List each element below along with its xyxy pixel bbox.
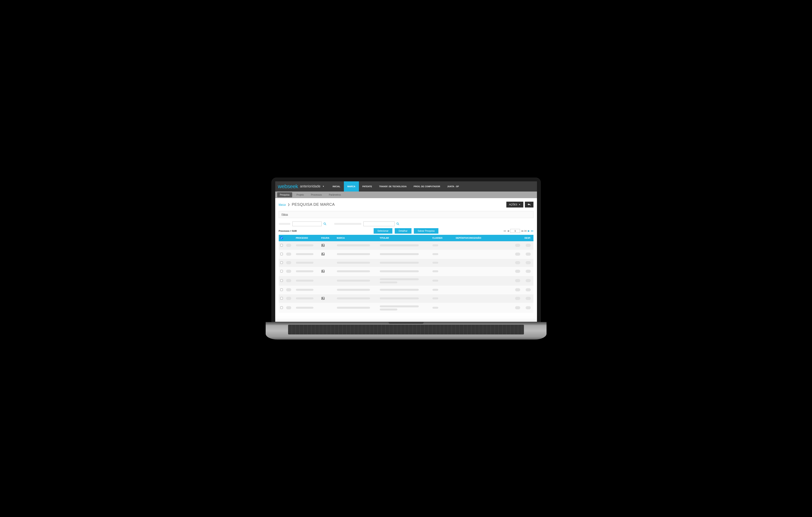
sub-tab[interactable]: Processos	[308, 192, 325, 197]
header-desp[interactable]: DESP.	[522, 235, 533, 241]
search-icon[interactable]	[324, 223, 326, 225]
table-header-row: PROCESSO FIGURA MARCA TITULAR CLASSES DE…	[279, 235, 533, 241]
table-row[interactable]	[279, 250, 533, 259]
row-figura	[320, 276, 335, 286]
process-count: Processos = 5100	[279, 230, 297, 232]
svg-point-0	[324, 223, 325, 224]
row-desp	[522, 276, 533, 286]
top-nav-item[interactable]: INICIAL	[329, 181, 344, 192]
row-badge	[286, 270, 291, 273]
row-figura	[320, 259, 335, 267]
row-checkbox[interactable]	[280, 288, 283, 291]
row-titular	[378, 241, 431, 250]
header-figura[interactable]: FIGURA	[320, 235, 335, 241]
row-classes	[432, 307, 438, 309]
top-nav-item[interactable]: JUNTA - SP	[444, 181, 462, 192]
row-deposito	[454, 259, 522, 267]
breadcrumb-link[interactable]: Marca	[279, 203, 286, 206]
row-checkbox[interactable]	[280, 279, 283, 282]
pager-next-icon[interactable]: ▶	[528, 229, 530, 232]
pager-prev-icon[interactable]: ◀	[507, 229, 509, 232]
pager-first-icon[interactable]: ⏮	[503, 229, 506, 232]
row-classes	[432, 253, 438, 255]
row-deposito	[454, 303, 522, 313]
row-checkbox[interactable]	[280, 253, 283, 255]
select-button[interactable]: Selecionar	[374, 228, 393, 234]
header-deposito[interactable]: DEPÓSITO/CONCESSÃO	[454, 235, 522, 241]
top-nav-item[interactable]: TRANSF. DE TECNOLOGIA	[375, 181, 410, 192]
page-actions: AÇÕES ▼	[506, 202, 533, 207]
header-blank	[285, 235, 294, 241]
table-row[interactable]	[279, 303, 533, 313]
svg-rect-4	[321, 244, 324, 247]
row-desp	[522, 286, 533, 294]
table-row[interactable]	[279, 259, 533, 267]
image-icon	[321, 269, 325, 273]
table-row[interactable]	[279, 241, 533, 250]
table-row[interactable]	[279, 286, 533, 294]
sub-tab[interactable]: Projeto	[294, 192, 307, 197]
back-button[interactable]	[525, 202, 533, 207]
row-marca	[337, 289, 370, 291]
header-marca[interactable]: MARCA	[335, 235, 378, 241]
row-deposito	[454, 250, 522, 259]
filters-toggle[interactable]: Filtros	[279, 211, 533, 218]
top-nav-item[interactable]: PATENTE	[359, 181, 376, 192]
search-input-1[interactable]	[292, 222, 322, 226]
row-processo	[296, 253, 314, 255]
row-processo	[296, 245, 314, 246]
svg-line-3	[398, 224, 399, 225]
screen-bezel: webseek anterioridade ▼ INICIALMARCAPATE…	[271, 178, 541, 322]
top-nav-item[interactable]: PROG. DE COMPUTADOR	[410, 181, 444, 192]
row-checkbox[interactable]	[280, 297, 283, 299]
search-icon[interactable]	[397, 223, 399, 225]
svg-rect-6	[321, 253, 324, 255]
pager-last-icon[interactable]: ⏭	[531, 229, 533, 232]
row-badge	[286, 306, 291, 309]
page-title: PESQUISA DE MARCA	[292, 202, 335, 207]
pager: ⏮ ◀ de 34 ▶ ⏭	[503, 229, 533, 233]
sub-tab-bar: PesquisaProjetoProcessosParâmetros	[275, 192, 537, 198]
table-row[interactable]	[279, 267, 533, 276]
row-figura	[320, 267, 335, 276]
row-processo	[296, 280, 314, 282]
filters-label: Filtros	[282, 213, 288, 216]
header-processo[interactable]: PROCESSO	[294, 235, 320, 241]
row-titular	[378, 276, 431, 286]
header-checkbox-cell	[279, 235, 285, 241]
laptop-base	[266, 322, 547, 340]
header-titular[interactable]: TITULAR	[378, 235, 431, 241]
caret-down-icon: ▼	[519, 204, 521, 205]
header-classes[interactable]: CLASSES	[431, 235, 454, 241]
sub-tab[interactable]: Pesquisa	[277, 192, 292, 197]
actions-button[interactable]: AÇÕES ▼	[506, 202, 523, 207]
toolbar-row: Processos = 5100 Selecionar Detalhar Sal…	[279, 229, 533, 233]
row-figura	[320, 241, 335, 250]
brand-block[interactable]: webseek anterioridade ▼	[275, 181, 327, 192]
row-classes	[432, 245, 438, 246]
row-badge	[286, 297, 291, 300]
sub-tab[interactable]: Parâmetros	[326, 192, 344, 197]
row-figura	[320, 286, 335, 294]
row-marca	[337, 245, 370, 246]
row-checkbox[interactable]	[280, 306, 283, 309]
row-marca	[337, 280, 370, 282]
row-checkbox[interactable]	[280, 261, 283, 264]
row-badge	[286, 288, 291, 291]
row-classes	[432, 297, 438, 299]
pager-page-input[interactable]	[510, 229, 520, 233]
top-nav-item[interactable]: MARCA	[344, 181, 359, 192]
search-input-2[interactable]	[364, 222, 395, 226]
save-search-button[interactable]: Salvar Pesquisa	[414, 228, 438, 234]
select-all-checkbox[interactable]	[280, 236, 283, 239]
table-row[interactable]	[279, 276, 533, 286]
row-classes	[432, 270, 438, 272]
row-checkbox[interactable]	[280, 270, 283, 272]
row-badge	[286, 261, 291, 264]
center-buttons: Selecionar Detalhar Salvar Pesquisa	[374, 228, 438, 234]
svg-point-2	[397, 223, 398, 224]
table-row[interactable]	[279, 294, 533, 303]
row-marca	[337, 297, 370, 299]
row-checkbox[interactable]	[280, 244, 283, 247]
detail-button[interactable]: Detalhar	[395, 228, 411, 234]
